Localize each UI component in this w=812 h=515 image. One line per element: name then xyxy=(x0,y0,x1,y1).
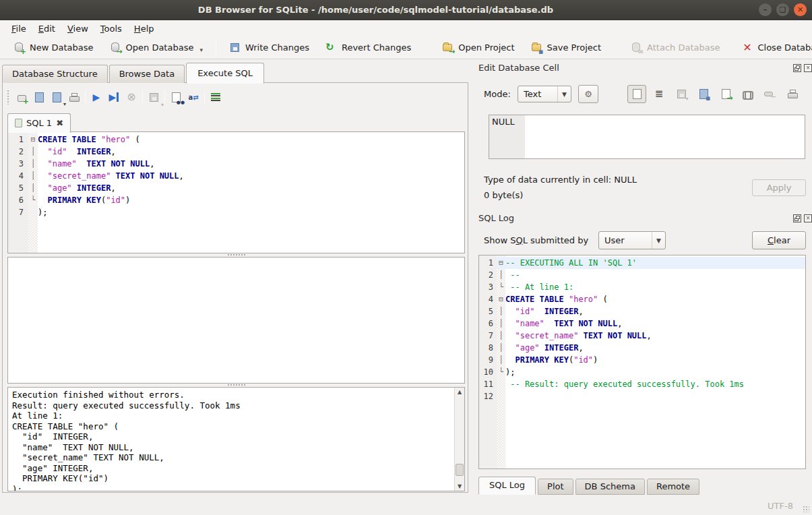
apply-button[interactable]: Apply xyxy=(752,179,806,196)
tab-remote[interactable]: Remote xyxy=(647,479,699,495)
menu-file[interactable]: File xyxy=(5,22,32,35)
mode-combobox[interactable]: Text ▼ xyxy=(518,86,571,102)
code-line: 9│ PRIMARY KEY("id") xyxy=(479,354,805,366)
sql-toolbar-drag-handle[interactable] xyxy=(7,90,10,104)
sql-toolbar-separator xyxy=(85,90,86,104)
dock-float-icon[interactable] xyxy=(793,64,801,72)
new-sql-tab-button[interactable]: + xyxy=(13,88,30,106)
execute-sql-panel: + ▾ ▶ ▶ ⊗ ▾ ●● a⇄ SQL 1 ✖ 1⊟CREATE TABLE… xyxy=(2,82,468,493)
messages-scrollbar[interactable]: ▲ ▼ xyxy=(454,388,464,491)
execute-all-button[interactable]: ▶ xyxy=(88,88,105,106)
code-line: 1⊟-- EXECUTING ALL IN 'SQL 1' xyxy=(479,257,805,269)
code-line: 1⊟CREATE TABLE "hero" ( xyxy=(8,133,464,146)
results-messages-splitter[interactable] xyxy=(7,383,465,386)
code-line: 3└ -- At line 1: xyxy=(479,281,805,293)
close-database-button[interactable]: ✕ Close Database xyxy=(736,39,812,56)
save-sql-file-button[interactable]: ▾ xyxy=(48,88,65,106)
editor-results-splitter[interactable] xyxy=(7,253,465,256)
tab-sql-log[interactable]: SQL Log xyxy=(478,477,536,495)
sql-toolbar-separator xyxy=(204,90,205,104)
code-line: 10└); xyxy=(479,366,805,378)
code-line: 6│ "name" TEXT NOT NULL, xyxy=(479,317,805,330)
menu-view[interactable]: View xyxy=(61,22,94,35)
cell-size-info: 0 byte(s) xyxy=(484,190,523,200)
open-project-button[interactable]: → Open Project xyxy=(437,39,520,56)
tab-db-schema[interactable]: DB Schema xyxy=(575,479,645,495)
resize-grip[interactable] xyxy=(803,506,809,512)
set-null-button[interactable]: − xyxy=(762,85,781,103)
save-cell-as-button[interactable]: ▪ xyxy=(694,85,713,103)
code-line: 7); xyxy=(8,206,464,218)
dock-close-icon[interactable]: × xyxy=(804,64,812,72)
link-icon xyxy=(743,91,753,98)
cell-link-button[interactable] xyxy=(739,85,757,103)
results-pane[interactable] xyxy=(7,257,465,384)
save-project-button[interactable]: ▪ Save Project xyxy=(526,39,607,56)
tab-browse-data[interactable]: Browse Data xyxy=(109,65,185,83)
export-icon: → xyxy=(720,88,732,100)
new-database-button[interactable]: + New Database xyxy=(8,39,99,56)
print-cell-button[interactable] xyxy=(783,85,802,103)
code-line: 12 xyxy=(479,390,805,402)
chevron-down-icon: ▼ xyxy=(652,232,665,249)
sql-toolbar-separator xyxy=(142,90,143,104)
messages-pane: Execution finished without errors. Resul… xyxy=(7,387,465,491)
tab-plot[interactable]: Plot xyxy=(538,479,573,495)
tab-execute-sql[interactable]: Execute SQL xyxy=(186,63,264,84)
code-line: 5│ "id" INTEGER, xyxy=(479,305,805,317)
window-controls: – ❑ ✕ xyxy=(759,3,807,16)
menu-bar: File Edit View Tools Help xyxy=(0,20,812,36)
sql-submitter-combobox[interactable]: User ▼ xyxy=(598,231,666,249)
attach-database-button[interactable]: ∞ Attach Database xyxy=(625,39,725,56)
sql-editor[interactable]: 1⊟CREATE TABLE "hero" (2│ "id" INTEGER,3… xyxy=(7,131,465,253)
scroll-down-icon[interactable]: ▼ xyxy=(455,482,464,491)
word-wrap-button[interactable]: ≣ xyxy=(650,85,668,103)
menu-help[interactable]: Help xyxy=(128,22,160,35)
open-file-icon: ▾ xyxy=(676,88,687,100)
maximize-button[interactable]: ❑ xyxy=(776,3,789,16)
cell-editor[interactable]: NULL xyxy=(489,115,805,159)
cell-type-info: Type of data currently in cell: NULL xyxy=(484,175,637,185)
dock-float-icon[interactable] xyxy=(793,214,801,222)
open-file-in-cell-button[interactable]: ▾ xyxy=(672,85,691,103)
execute-line-button[interactable]: ▶ xyxy=(105,88,123,106)
sql-tab-bar: SQL 1 ✖ xyxy=(7,111,71,132)
revert-changes-button[interactable]: ↻ Revert Changes xyxy=(320,39,416,56)
sql-editor-code[interactable]: 1⊟CREATE TABLE "hero" (2│ "id" INTEGER,3… xyxy=(8,132,464,218)
write-changes-icon xyxy=(229,42,241,53)
word-wrap-icon: ≣ xyxy=(655,89,664,99)
open-database-icon: → xyxy=(110,42,121,53)
code-line: 2│ "id" INTEGER, xyxy=(8,146,464,158)
minimize-button[interactable]: – xyxy=(759,3,772,16)
close-sql-tab-icon[interactable]: ✖ xyxy=(56,118,63,128)
sql-log-view[interactable]: 1⊟-- EXECUTING ALL IN 'SQL 1'2│ --3└ -- … xyxy=(478,255,806,469)
tab-database-structure[interactable]: Database Structure xyxy=(2,65,108,83)
open-project-icon: → xyxy=(442,42,454,53)
close-button[interactable]: ✕ xyxy=(794,3,807,16)
open-sql-file-button[interactable] xyxy=(30,88,48,106)
title-bar: DB Browser for SQLite - /home/user/code/… xyxy=(0,0,812,20)
find-button[interactable]: ●● xyxy=(167,88,185,106)
import-in-cell-button[interactable]: ⚙ xyxy=(578,85,598,103)
bottom-dock-tab-bar: SQL Log Plot DB Schema Remote xyxy=(478,478,701,495)
menu-tools[interactable]: Tools xyxy=(94,22,128,35)
open-database-button[interactable]: → Open Database ▾ xyxy=(104,39,208,56)
save-results-button[interactable]: ▾ xyxy=(145,88,162,106)
sql1-tab[interactable]: SQL 1 ✖ xyxy=(7,113,71,133)
print-sql-button[interactable] xyxy=(65,88,83,106)
clear-log-button[interactable]: Clear xyxy=(752,231,806,249)
find-replace-button[interactable]: a⇄ xyxy=(185,88,202,106)
scroll-up-icon[interactable]: ▲ xyxy=(455,388,464,396)
stop-execution-button[interactable]: ⊗ xyxy=(123,88,140,106)
format-sql-button[interactable] xyxy=(207,88,224,106)
scrollbar-thumb[interactable] xyxy=(456,464,464,476)
text-mode-button[interactable] xyxy=(627,85,646,103)
write-changes-button[interactable]: Write Changes xyxy=(224,39,315,56)
export-cell-button[interactable]: → xyxy=(716,85,735,103)
menu-edit[interactable]: Edit xyxy=(32,22,61,35)
sql-document-icon xyxy=(15,119,22,127)
open-database-dropdown-icon[interactable]: ▾ xyxy=(199,47,203,53)
main-toolbar: + New Database → Open Database ▾ Write C… xyxy=(0,36,812,59)
dock-close-icon[interactable]: × xyxy=(804,214,812,222)
new-database-icon: + xyxy=(13,42,25,53)
